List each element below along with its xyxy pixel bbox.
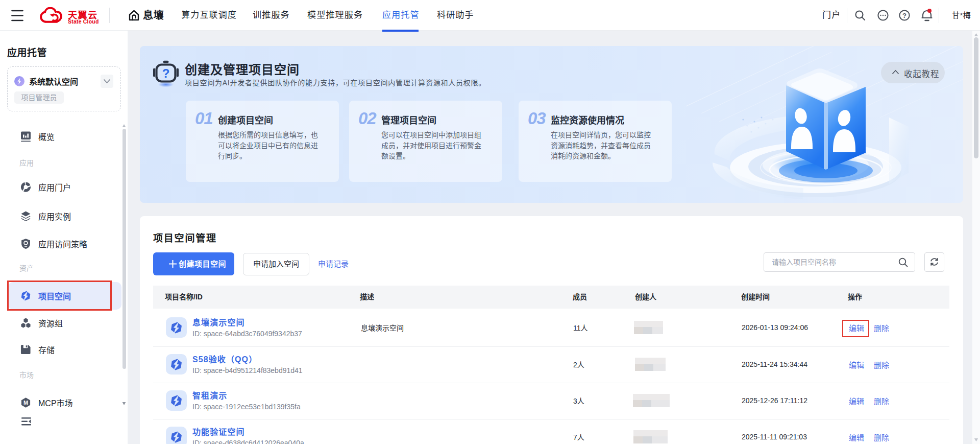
svg-text:?: ? [902,12,906,19]
svg-text:M: M [23,400,28,406]
svg-text:?: ? [162,66,170,80]
